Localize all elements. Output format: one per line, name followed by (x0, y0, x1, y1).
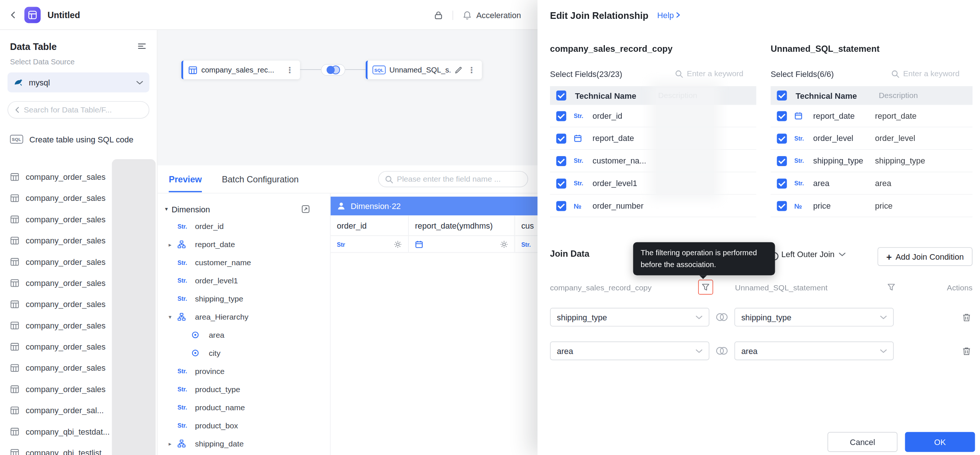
sidebar-table-item[interactable]: company_order_sales (0, 187, 157, 208)
field-checkbox[interactable] (777, 178, 787, 188)
chevron-left-icon[interactable] (14, 106, 20, 114)
field-checkbox[interactable] (777, 133, 787, 143)
cancel-button[interactable]: Cancel (827, 432, 897, 452)
tree-field-item[interactable]: ▸ shipping_date (158, 434, 330, 453)
left-field-value: shipping_type (557, 312, 607, 322)
keyword-search-input[interactable] (903, 69, 972, 78)
delete-condition-icon[interactable] (962, 346, 971, 355)
field-checkbox[interactable] (556, 111, 566, 121)
sidebar-table-item[interactable]: company_order_sales (0, 357, 157, 378)
field-row[interactable]: Str. area area (771, 172, 973, 195)
right-filter-icon[interactable] (884, 280, 899, 295)
field-row[interactable]: Str. order_id (550, 105, 756, 128)
keyword-search[interactable] (675, 69, 756, 78)
sidebar-table-item[interactable]: company_qbi_testlist (0, 442, 157, 455)
caret-icon[interactable]: ▾ (166, 314, 174, 320)
help-link[interactable]: Help (657, 10, 681, 20)
more-icon[interactable]: ⋮ (466, 66, 477, 74)
field-row[interactable]: report_date report_date (771, 105, 973, 128)
field-row[interactable]: Str. order_level order_level (771, 127, 973, 150)
dimension-group[interactable]: ▾ Dimension (158, 201, 330, 217)
sidebar-table-item[interactable]: company_order_sales (0, 379, 157, 400)
table-node-right[interactable]: SQL Unnamed_SQL_s... ⋮ (366, 61, 482, 79)
lock-icon[interactable] (434, 10, 443, 20)
tree-field-item[interactable]: Str. province (158, 362, 330, 380)
sidebar-table-item[interactable]: company_order_sales (0, 166, 157, 187)
field-checkbox[interactable] (777, 156, 787, 166)
join-venn-icon[interactable] (320, 62, 345, 77)
field-checkbox[interactable] (556, 156, 566, 166)
acceleration-menu[interactable]: Acceleration (463, 10, 521, 20)
edit-icon[interactable] (455, 66, 463, 74)
caret-down-icon[interactable]: ▾ (165, 206, 168, 212)
field-row[interactable]: Str. customer_na... (550, 150, 756, 172)
field-row[interactable]: № order_number (550, 195, 756, 217)
left-filter-icon[interactable] (698, 280, 713, 295)
select-all-checkbox[interactable] (777, 90, 787, 101)
sidebar-table-item[interactable]: company_order_sales (0, 230, 157, 251)
back-icon[interactable] (9, 11, 18, 20)
table-node-left[interactable]: company_sales_rec... ⋮ (181, 61, 300, 79)
more-icon[interactable]: ⋮ (285, 66, 295, 74)
sidebar-table-item[interactable]: company_order_sales (0, 272, 157, 293)
field-checkbox[interactable] (556, 178, 566, 188)
tree-field-item[interactable]: Str. order_level1 (158, 271, 330, 290)
sidebar-table-item[interactable]: company_order_sal... (0, 400, 157, 420)
gear-icon[interactable] (500, 240, 508, 248)
sidebar-table-item[interactable]: company_order_sales (0, 209, 157, 230)
tab-preview[interactable]: Preview (169, 174, 202, 184)
field-search-input[interactable] (397, 175, 522, 184)
add-join-condition-button[interactable]: + Add Join Condition (877, 247, 972, 266)
tree-field-item[interactable]: area (158, 326, 330, 344)
field-row[interactable]: Str. shipping_type shipping_type (771, 150, 973, 172)
tree-field-item[interactable]: city (158, 344, 330, 362)
field-checkbox[interactable] (777, 111, 787, 121)
tab-batch-configuration[interactable]: Batch Configuration (222, 174, 299, 184)
keyword-search-input[interactable] (687, 69, 756, 78)
table-icon (10, 426, 19, 436)
create-sql-table-button[interactable]: SQL Create table using SQL code (0, 129, 157, 150)
left-field-select[interactable]: shipping_type (550, 308, 709, 327)
datasource-select[interactable]: mysql (7, 73, 149, 92)
table-name: company_order_sales (25, 384, 105, 393)
right-field-select[interactable]: area (735, 341, 894, 360)
sidebar-table-item[interactable]: company_order_sales (0, 251, 157, 272)
sidebar-table-item[interactable]: company_qbi_testdat... (0, 420, 157, 442)
sidebar-search[interactable] (7, 101, 149, 118)
tree-field-item[interactable]: Str. customer_name (158, 254, 330, 271)
tree-field-item[interactable]: ▸ report_date (158, 235, 330, 254)
delete-condition-icon[interactable] (962, 312, 971, 322)
caret-icon[interactable]: ▸ (166, 241, 174, 247)
tree-field-item[interactable]: Str. shipping_type (158, 290, 330, 308)
field-checkbox[interactable] (556, 201, 566, 211)
tree-field-item[interactable]: Str. product_box (158, 417, 330, 434)
sidebar-search-input[interactable] (24, 105, 143, 114)
ok-button[interactable]: OK (905, 432, 975, 452)
string-type-icon: Str. (574, 180, 583, 187)
search-icon (385, 175, 393, 183)
document-title[interactable]: Untitled (48, 10, 80, 20)
field-row[interactable]: Str. order_level1 (550, 172, 756, 195)
left-field-select[interactable]: area (550, 341, 709, 360)
expand-icon[interactable] (301, 205, 310, 214)
field-checkbox[interactable] (556, 133, 566, 143)
keyword-search[interactable] (891, 69, 972, 78)
tree-field-item[interactable]: Str. order_id (158, 217, 330, 235)
sidebar-table-item[interactable]: company_order_sales (0, 293, 157, 314)
right-field-select[interactable]: shipping_type (735, 308, 894, 327)
select-all-checkbox[interactable] (556, 90, 566, 101)
gear-icon[interactable] (394, 240, 402, 248)
field-search[interactable] (378, 171, 528, 187)
sidebar-table-item[interactable]: company_order_sales (0, 315, 157, 336)
select-fields-label: Select Fields(23/23) (550, 69, 622, 78)
field-row[interactable]: report_date (550, 127, 756, 150)
join-type-select[interactable]: Left Outer Join (781, 250, 846, 259)
caret-icon[interactable]: ▸ (166, 441, 174, 447)
field-checkbox[interactable] (777, 201, 787, 211)
sidebar-table-item[interactable]: company_order_sales (0, 336, 157, 357)
tree-field-item[interactable]: Str. product_name (158, 398, 330, 417)
tree-field-item[interactable]: Str. product_type (158, 380, 330, 398)
field-row[interactable]: № price price (771, 195, 973, 217)
tree-field-item[interactable]: ▾ area_Hierarchy (158, 308, 330, 326)
list-settings-icon[interactable] (137, 41, 147, 51)
